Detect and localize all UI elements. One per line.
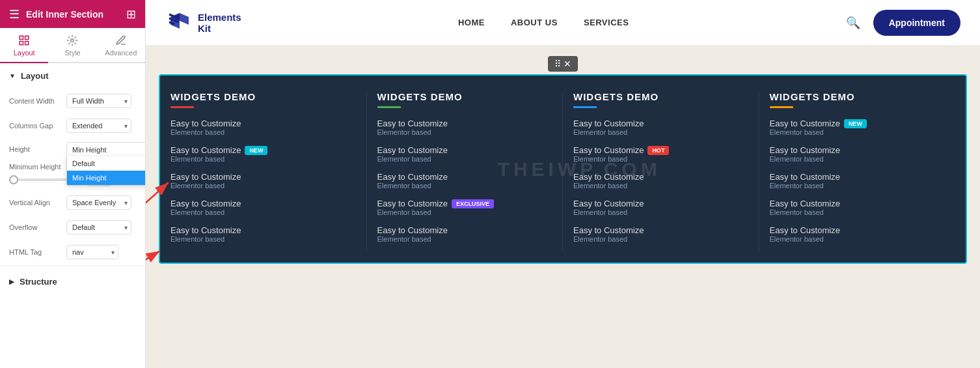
list-item: Easy to Customize Elementor based	[770, 172, 956, 190]
tab-layout[interactable]: Layout	[0, 28, 48, 63]
nav-links: HOME ABOUT US SERVICES	[458, 18, 629, 27]
edit-toolbar: ⠿ ✕	[548, 56, 578, 72]
list-item: Easy to Customize Elementor based	[573, 119, 748, 136]
search-button[interactable]: 🔍	[846, 16, 860, 30]
panel-title: Edit Inner Section	[26, 9, 103, 20]
logo: Elements Kit	[165, 9, 241, 36]
height-option-minheight[interactable]: Min Height	[67, 171, 145, 185]
height-dropdown-container: Min Height ▾ Default Min Height	[66, 142, 145, 156]
overflow-select[interactable]: Default Hidden	[66, 220, 131, 234]
item-subtitle: Elementor based	[770, 208, 956, 216]
section-layout-label: Layout	[21, 71, 49, 81]
html-tag-row: HTML Tag nav div section	[0, 240, 145, 264]
structure-section-header[interactable]: ▶ Structure	[0, 269, 145, 294]
nav-link-about[interactable]: ABOUT US	[511, 18, 558, 27]
item-subtitle: Elementor based	[573, 155, 748, 163]
svg-rect-0	[20, 36, 23, 39]
list-item: Easy to Customize NEW Elementor based	[770, 119, 956, 136]
item-subtitle: Elementor based	[170, 155, 356, 163]
item-title: Easy to Customize	[377, 145, 552, 155]
list-item: Easy to Customize Elementor based	[770, 225, 956, 243]
widget-col4-title: WIDGETS DEMO	[770, 91, 956, 102]
item-subtitle: Elementor based	[377, 128, 552, 136]
vertical-align-select-wrapper: Space Evenly Top Middle Bottom	[66, 195, 131, 210]
item-subtitle: Elementor based	[170, 182, 356, 190]
item-title: Easy to Customize	[573, 199, 748, 208]
list-item: Easy to Customize HOT Elementor based	[573, 145, 748, 163]
item-title: Easy to Customize	[770, 172, 956, 182]
columns-gap-row: Columns Gap Extended Default None	[0, 113, 145, 138]
item-subtitle: Elementor based	[770, 182, 956, 190]
svg-rect-1	[25, 36, 29, 39]
widget-col4-underline	[770, 106, 793, 108]
panel-body: ▼ Layout Content Width Full Width Boxed …	[0, 63, 145, 368]
tab-advanced[interactable]: Advanced	[97, 28, 145, 62]
badge-new2: NEW	[844, 119, 867, 128]
height-row: Height Min Height ▾ Default Min Height	[0, 138, 145, 160]
list-item: Easy to Customize NEW Elementor based	[170, 145, 356, 163]
html-tag-label: HTML Tag	[9, 248, 61, 256]
hamburger-icon[interactable]: ☰	[9, 7, 20, 21]
overflow-label: Overflow	[9, 223, 61, 231]
height-option-default[interactable]: Default	[67, 156, 145, 171]
item-subtitle: Elementor based	[770, 128, 956, 136]
item-title: Easy to Customize	[573, 145, 644, 155]
list-item: Easy to Customize Elementor based	[170, 199, 356, 216]
nav-actions: 🔍 Appointment	[846, 10, 960, 36]
vertical-align-select[interactable]: Space Evenly Top Middle Bottom	[66, 195, 131, 210]
item-subtitle: Elementor based	[770, 155, 956, 163]
widget-col3-title: WIDGETS DEMO	[573, 91, 748, 102]
panel-tabs: Layout Style Advanced	[0, 28, 145, 63]
top-nav: Elements Kit HOME ABOUT US SERVICES 🔍 Ap…	[146, 0, 980, 46]
list-item: Easy to Customize Elementor based	[573, 172, 748, 190]
item-title: Easy to Customize	[770, 225, 956, 235]
item-title: Easy to Customize	[170, 119, 356, 128]
item-subtitle: Elementor based	[377, 182, 552, 190]
item-title: Easy to Customize	[170, 199, 356, 208]
widget-col2-underline	[377, 106, 401, 108]
widget-section: THEIWP.COM WIDGETS DEMO Easy to Customiz…	[159, 74, 967, 264]
main-content: Elements Kit HOME ABOUT US SERVICES 🔍 Ap…	[146, 0, 980, 368]
item-subtitle: Elementor based	[170, 128, 356, 136]
content-width-select-wrapper: Full Width Boxed	[66, 94, 131, 108]
overflow-select-wrapper: Default Hidden	[66, 220, 131, 234]
item-title: Easy to Customize	[170, 145, 241, 155]
layout-section-header[interactable]: ▼ Layout	[0, 63, 145, 89]
structure-arrow: ▶	[9, 278, 14, 285]
widget-column-4: WIDGETS DEMO Easy to Customize NEW Eleme…	[759, 91, 956, 252]
panel-header: ☰ Edit Inner Section ⊞	[0, 0, 145, 28]
nav-link-home[interactable]: HOME	[458, 18, 485, 27]
nav-link-services[interactable]: SERVICES	[584, 18, 629, 27]
height-dropdown-options: Default Min Height	[66, 156, 145, 186]
overflow-row: Overflow Default Hidden	[0, 215, 145, 240]
grid-icon[interactable]: ⊞	[126, 7, 136, 21]
columns-gap-select-wrapper: Extended Default None	[66, 119, 131, 133]
badge-new: NEW	[245, 146, 267, 155]
list-item: Easy to Customize Elementor based	[573, 199, 748, 216]
widget-col3-underline	[573, 106, 597, 108]
item-title: Easy to Customize	[377, 225, 552, 235]
widget-col1-title: WIDGETS DEMO	[170, 91, 356, 102]
html-tag-select[interactable]: nav div section	[66, 245, 118, 259]
item-title: Easy to Customize	[770, 119, 840, 128]
content-width-row: Content Width Full Width Boxed	[0, 89, 145, 113]
close-icon[interactable]: ✕	[564, 59, 571, 69]
item-title: Easy to Customize	[573, 119, 748, 128]
move-icon[interactable]: ⠿	[554, 59, 561, 69]
svg-line-8	[146, 251, 160, 268]
content-width-select[interactable]: Full Width Boxed	[66, 94, 131, 108]
logo-icon	[165, 9, 193, 36]
item-subtitle: Elementor based	[377, 235, 552, 243]
item-subtitle: Elementor based	[770, 235, 956, 243]
columns-gap-select[interactable]: Extended Default None	[66, 119, 131, 133]
logo-text-sub: Kit	[198, 23, 241, 34]
item-subtitle: Elementor based	[170, 235, 356, 243]
height-dropdown-trigger[interactable]: Min Height ▾	[66, 142, 145, 156]
tab-style[interactable]: Style	[48, 28, 96, 62]
appointment-button[interactable]: Appointment	[873, 10, 960, 36]
tab-layout-label: Layout	[14, 49, 35, 57]
list-item: Easy to Customize Elementor based	[377, 225, 552, 243]
item-title: Easy to Customize	[170, 172, 356, 182]
item-subtitle: Elementor based	[377, 208, 552, 216]
list-item: Easy to Customize Elementor based	[770, 199, 956, 216]
